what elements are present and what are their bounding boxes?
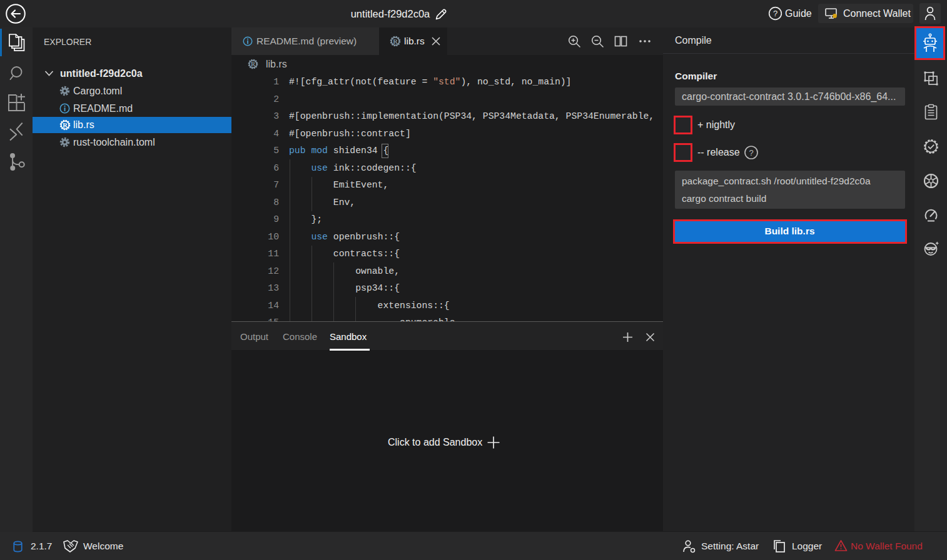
svg-text:?: ? bbox=[749, 148, 753, 158]
svg-text:?: ? bbox=[773, 9, 777, 18]
svg-text:R: R bbox=[393, 38, 398, 45]
svg-text:R: R bbox=[63, 122, 68, 129]
svg-text:R: R bbox=[251, 61, 256, 68]
